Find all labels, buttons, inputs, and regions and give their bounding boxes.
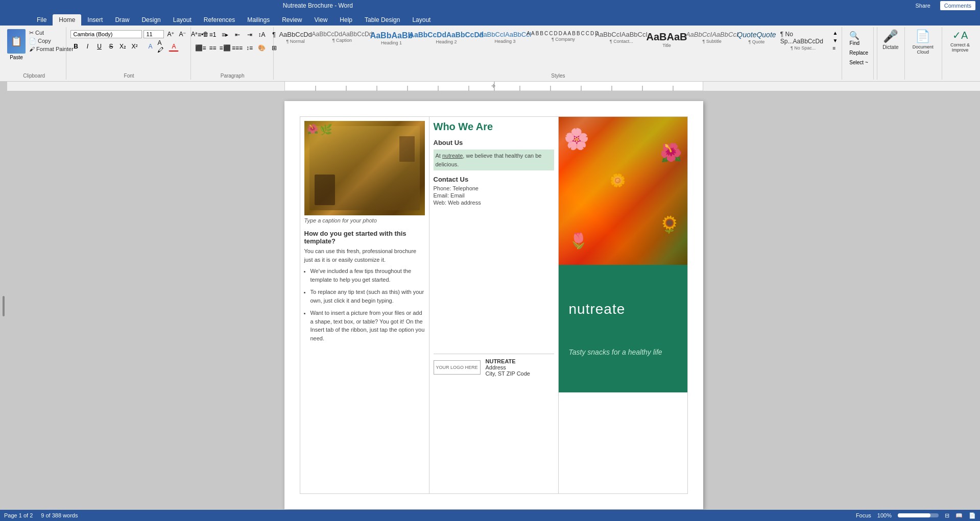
select-button[interactable]: Select ~ xyxy=(846,58,871,67)
superscript-button[interactable]: X² xyxy=(129,41,139,52)
styles-scroll-down[interactable]: ▼ xyxy=(831,37,839,44)
justify-button[interactable]: ≡≡≡ xyxy=(232,42,243,54)
editing-group: 🔍 Find Replace Select ~ Editing xyxy=(843,27,874,80)
line-spacing-button[interactable]: ↕≡ xyxy=(244,42,255,54)
increase-font-button[interactable]: A⁺ xyxy=(165,29,176,39)
sort-button[interactable]: ↕A xyxy=(256,29,268,40)
bullets-button[interactable]: ≡• xyxy=(195,29,206,40)
gradeproof-group[interactable]: ✓A Correct & Improve xyxy=(942,27,978,80)
ruler-svg: ✛ xyxy=(285,82,703,91)
tab-draw[interactable]: Draw xyxy=(109,14,135,26)
comments-button[interactable]: Comments xyxy=(940,1,976,11)
shading-button[interactable]: 🎨 xyxy=(256,42,268,54)
style-h2-preview: AaBbCcDd xyxy=(409,31,484,39)
zoom-fill xyxy=(898,513,930,517)
app-title: Nutreate Brochure - Word xyxy=(283,2,353,9)
right-column: 🌸 🌺 🌷 🌻 🌼 nutreate Tasty snacks for a he… xyxy=(558,117,687,494)
subscript-button[interactable]: X₂ xyxy=(117,41,128,52)
replace-button[interactable]: Replace xyxy=(846,48,871,57)
strikethrough-button[interactable]: S xyxy=(106,41,116,52)
multilevel-button[interactable]: ≡▸ xyxy=(220,29,231,40)
style-contact[interactable]: AaBbCcI ¶ Contact... xyxy=(597,29,646,52)
style-title[interactable]: AaB Title xyxy=(647,29,687,52)
paragraph-group: ≡• ≡1 ≡▸ ⇤ ⇥ ↕A ¶ ⬛≡ ≡≡ ≡⬛ ≡≡≡ ↕≡ 🎨 ⊞ Pa… xyxy=(192,27,274,80)
focus-label[interactable]: Focus xyxy=(856,512,871,518)
tab-file[interactable]: File xyxy=(31,14,53,26)
styles-more[interactable]: ≡ xyxy=(831,44,839,52)
style-heading2[interactable]: AaBbCcDd Heading 2 xyxy=(413,29,480,52)
paste-button[interactable]: 📋 Paste xyxy=(5,27,28,62)
italic-button[interactable]: I xyxy=(82,41,92,52)
style-nospace-preview: AaBbCcDd xyxy=(780,31,826,45)
zoom-slider[interactable] xyxy=(898,513,939,517)
styles-label: Styles xyxy=(551,73,565,79)
style-subtitle[interactable]: AaBbCcI ¶ Subtitle xyxy=(687,29,736,52)
align-left-button[interactable]: ⬛≡ xyxy=(195,42,206,54)
find-icon: 🔍 xyxy=(849,31,859,40)
flower3: 🌷 xyxy=(569,232,588,250)
adobe-group[interactable]: 📄 Document Cloud xyxy=(904,27,941,80)
style-nospace[interactable]: AaBbCcDd ¶ No Spac... xyxy=(777,29,830,52)
numbering-button[interactable]: ≡1 xyxy=(207,29,219,40)
paste-label: Paste xyxy=(10,55,23,60)
layout-icon[interactable]: ⊟ xyxy=(945,512,949,519)
tab-insert[interactable]: Insert xyxy=(81,14,109,26)
document[interactable]: 🌿 🌺 Type a caption for your photo How do… xyxy=(284,101,703,509)
style-heading3[interactable]: AaBbCcI Heading 3 xyxy=(481,29,530,52)
about-us-heading: About Us xyxy=(434,139,554,146)
style-company[interactable]: AABBCCDD ¶ Company xyxy=(531,29,596,52)
left-margin xyxy=(0,91,7,510)
read-mode-icon[interactable]: 📖 xyxy=(955,512,963,519)
zoom-level: 100% xyxy=(877,512,892,518)
font-group: A⁺ A⁻ Aᵃ 🗑 B I U S X₂ X² A A🖍 A Font xyxy=(67,27,190,80)
scroll-thumb[interactable] xyxy=(3,296,5,316)
tab-view[interactable]: View xyxy=(308,14,334,26)
tab-design[interactable]: Design xyxy=(135,14,166,26)
email-item: Email: Email xyxy=(434,192,554,199)
style-h1-label: Heading 1 xyxy=(381,40,402,45)
tab-table-design[interactable]: Table Design xyxy=(358,14,406,26)
align-right-button[interactable]: ≡⬛ xyxy=(220,42,231,54)
font-color-button[interactable]: A xyxy=(169,41,179,52)
text-effects-button[interactable]: A xyxy=(145,41,155,52)
dictate-group[interactable]: 🎤 Dictate xyxy=(877,27,903,80)
font-name-input[interactable] xyxy=(70,30,142,38)
about-us-text: At nutreate, we believe that healthy can… xyxy=(434,150,554,170)
who-we-are-title: Who We Are xyxy=(434,121,554,133)
style-caption-label: ¶ Caption xyxy=(332,38,352,43)
style-subtitle-label: ¶ Subtitle xyxy=(703,39,722,44)
tab-home[interactable]: Home xyxy=(53,14,81,26)
style-caption[interactable]: AaBbCcDd ¶ Caption xyxy=(315,29,370,52)
adobe-label: Document Cloud xyxy=(910,44,936,55)
tab-references[interactable]: References xyxy=(198,14,241,26)
font-size-input[interactable] xyxy=(144,30,164,38)
increase-indent-button[interactable]: ⇥ xyxy=(244,29,255,40)
tab-review[interactable]: Review xyxy=(276,14,308,26)
share-button[interactable]: Share xyxy=(910,1,935,11)
style-nospace-label: ¶ No Spac... xyxy=(791,45,816,51)
tip-2: To replace any tip text (such as this) w… xyxy=(310,288,425,305)
align-center-button[interactable]: ≡≡ xyxy=(207,42,219,54)
decrease-indent-button[interactable]: ⇤ xyxy=(232,29,243,40)
style-heading1[interactable]: AaBb Heading 1 xyxy=(371,29,412,52)
decrease-font-button[interactable]: A⁻ xyxy=(177,29,187,39)
tab-layout[interactable]: Layout xyxy=(167,14,198,26)
print-layout-icon[interactable]: 📄 xyxy=(969,512,976,519)
styles-scroll-up[interactable]: ▲ xyxy=(831,29,839,37)
web-item: Web: Web address xyxy=(434,200,554,206)
tab-help[interactable]: Help xyxy=(333,14,358,26)
mid-spacer xyxy=(434,207,554,350)
highlight-button[interactable]: A🖍 xyxy=(157,41,167,52)
style-normal[interactable]: ¶ Normal xyxy=(278,29,314,52)
find-button[interactable]: 🔍 Find xyxy=(846,29,863,47)
style-quote-label: ¶ Quote xyxy=(749,39,765,44)
brand-name: nutreate xyxy=(569,301,677,317)
tab-mailings[interactable]: Mailings xyxy=(241,14,276,26)
tab-layout2[interactable]: Layout xyxy=(406,14,437,26)
how-to-text: You can use this fresh, professional bro… xyxy=(304,247,425,264)
underline-button[interactable]: U xyxy=(94,41,104,52)
bold-button[interactable]: B xyxy=(70,41,81,52)
style-quote[interactable]: Quote ¶ Quote xyxy=(737,29,776,52)
logo-placeholder: YOUR LOGO HERE xyxy=(434,360,481,375)
plant-decoration: 🌿 xyxy=(320,123,332,136)
